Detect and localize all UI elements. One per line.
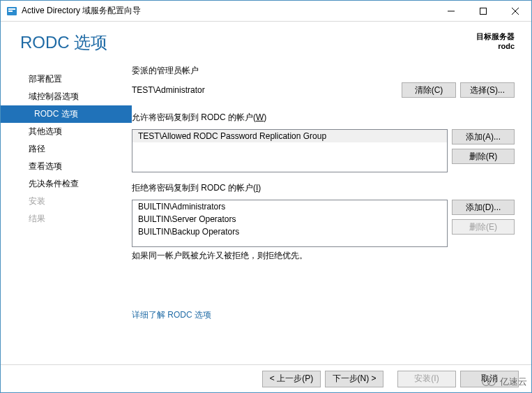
- svg-rect-2: [8, 10, 13, 12]
- deny-list-item[interactable]: BUILTIN\Administrators: [132, 200, 447, 213]
- target-server-label: 目标服务器: [476, 31, 515, 41]
- maximize-button[interactable]: [467, 1, 499, 22]
- install-button[interactable]: 安装(I): [397, 371, 456, 387]
- close-button[interactable]: [499, 1, 531, 22]
- sidebar: 部署配置域控制器选项RODC 选项其他选项路径查看选项先决条件检查安装结果: [1, 65, 132, 364]
- deny-add-button[interactable]: 添加(D)...: [452, 200, 515, 215]
- target-server-value: rodc: [476, 41, 515, 51]
- delegated-admin-row: TEST\Administrator 清除(C) 选择(S)...: [132, 82, 515, 98]
- sidebar-item-1[interactable]: 域控制器选项: [1, 88, 132, 105]
- allow-remove-button[interactable]: 删除(R): [452, 149, 515, 164]
- allow-list-item[interactable]: TEST\Allowed RODC Password Replication G…: [132, 130, 447, 142]
- sidebar-item-4[interactable]: 路径: [1, 140, 132, 158]
- sidebar-item-3[interactable]: 其他选项: [1, 123, 132, 140]
- next-button[interactable]: 下一步(N) >: [325, 371, 383, 387]
- deny-button-column: 添加(D)... 删除(E): [452, 200, 515, 247]
- content-pane: 委派的管理员帐户 TEST\Administrator 清除(C) 选择(S).…: [132, 65, 515, 364]
- cancel-button[interactable]: 取消: [460, 371, 519, 387]
- allow-add-button[interactable]: 添加(A)...: [452, 129, 515, 144]
- wizard-window: Active Directory 域服务配置向导 RODC 选项 目标服务器 r…: [0, 0, 532, 393]
- allow-listbox[interactable]: TEST\Allowed RODC Password Replication G…: [132, 129, 448, 172]
- allow-button-column: 添加(A)... 删除(R): [452, 129, 515, 172]
- allow-accounts-label: 允许将密码复制到 RODC 的帐户(W): [132, 112, 515, 124]
- delegated-admin-label: 委派的管理员帐户: [132, 65, 515, 77]
- svg-rect-1: [8, 8, 15, 10]
- sidebar-item-7: 安装: [1, 193, 132, 210]
- deny-row: BUILTIN\AdministratorsBUILTIN\Server Ope…: [132, 200, 515, 247]
- deny-list-item[interactable]: BUILTIN\Backup Operators: [132, 225, 447, 238]
- sidebar-item-0[interactable]: 部署配置: [1, 71, 132, 88]
- deny-accounts-label: 拒绝将密码复制到 RODC 的帐户(I): [132, 182, 515, 194]
- page-title: RODC 选项: [20, 31, 476, 54]
- window-controls: [435, 1, 531, 21]
- window-title: Active Directory 域服务配置向导: [22, 5, 435, 17]
- delegated-admin-value: TEST\Administrator: [132, 85, 397, 95]
- clear-button[interactable]: 清除(C): [402, 82, 456, 98]
- minimize-button[interactable]: [435, 1, 467, 22]
- main-area: 部署配置域控制器选项RODC 选项其他选项路径查看选项先决条件检查安装结果 委派…: [1, 57, 531, 364]
- previous-button[interactable]: < 上一步(P): [262, 371, 321, 387]
- sidebar-item-8: 结果: [1, 210, 132, 228]
- priority-note: 如果同一帐户既被允许又被拒绝，则拒绝优先。: [132, 250, 515, 262]
- titlebar: Active Directory 域服务配置向导: [1, 1, 531, 22]
- sidebar-item-2[interactable]: RODC 选项: [1, 105, 132, 123]
- deny-listbox[interactable]: BUILTIN\AdministratorsBUILTIN\Server Ope…: [132, 200, 448, 247]
- footer: < 上一步(P) 下一步(N) > 安装(I) 取消: [1, 364, 531, 392]
- learn-more-link[interactable]: 详细了解 RODC 选项: [132, 309, 211, 321]
- svg-rect-4: [480, 8, 487, 15]
- deny-remove-button[interactable]: 删除(E): [452, 219, 515, 235]
- sidebar-item-6[interactable]: 先决条件检查: [1, 175, 132, 193]
- allow-row: TEST\Allowed RODC Password Replication G…: [132, 129, 515, 172]
- app-icon: [6, 6, 17, 17]
- header: RODC 选项 目标服务器 rodc: [1, 22, 531, 57]
- deny-list-item[interactable]: BUILTIN\Server Operators: [132, 213, 447, 225]
- sidebar-item-5[interactable]: 查看选项: [1, 158, 132, 175]
- target-server: 目标服务器 rodc: [476, 31, 515, 52]
- select-button[interactable]: 选择(S)...: [460, 82, 515, 98]
